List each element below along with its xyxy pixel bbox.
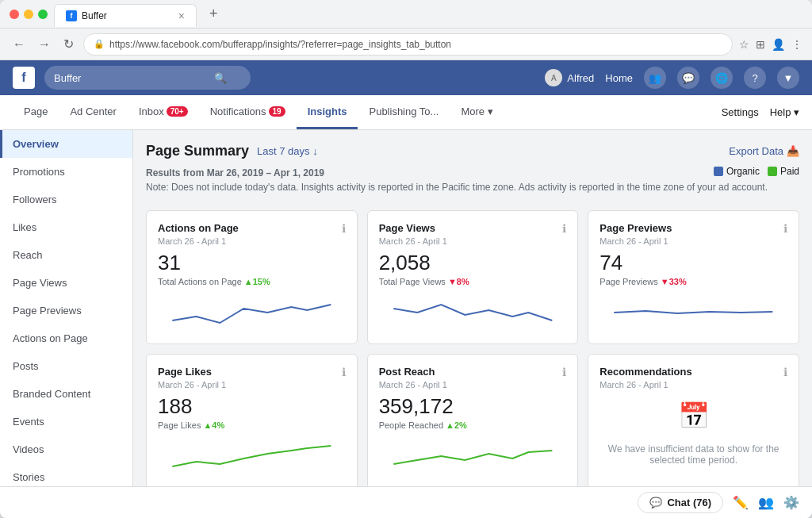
mini-chart [599, 293, 787, 332]
home-link[interactable]: Home [605, 72, 633, 84]
messages-icon[interactable]: 💬 [677, 67, 699, 89]
sidebar-item-videos[interactable]: Videos [0, 436, 132, 463]
date-range-button[interactable]: Last 7 days ↓ [257, 145, 318, 157]
metric-info-icon[interactable]: ℹ [783, 366, 787, 378]
help-icon[interactable]: ? [744, 67, 766, 89]
subnav-inbox[interactable]: Inbox 70+ [128, 95, 199, 129]
chat-button[interactable]: 💬 Chat (76) [638, 492, 723, 513]
fb-search-box[interactable]: 🔍 [44, 66, 251, 90]
organic-label: Organic [726, 166, 760, 177]
browser-dots [10, 10, 48, 19]
search-icon: 🔍 [214, 72, 227, 84]
fb-logo[interactable]: f [13, 67, 35, 89]
subnav-notifications[interactable]: Notifications 19 [199, 95, 297, 129]
metric-date: March 26 - April 1 [599, 380, 787, 389]
main-content: Overview Promotions Followers Likes Reac… [0, 130, 812, 486]
metric-info-icon[interactable]: ℹ [562, 366, 566, 378]
metric-date: March 26 - April 1 [599, 236, 787, 246]
sidebar-item-likes[interactable]: Likes [0, 213, 132, 241]
browser-actions: ☆ ⊞ 👤 ⋮ [739, 38, 802, 51]
metric-date: March 26 - April 1 [379, 380, 567, 389]
settings-icon[interactable]: ⚙️ [783, 495, 799, 510]
metric-header: Page Previews ℹ [599, 222, 787, 235]
more-icon[interactable]: ⋮ [791, 38, 802, 51]
new-tab-button[interactable]: + [203, 2, 224, 25]
tab-favicon: f [66, 10, 77, 21]
user-profile-icon[interactable]: 👤 [772, 38, 785, 51]
export-label: Export Data [729, 145, 783, 157]
maximize-dot[interactable] [38, 10, 48, 19]
export-data-button[interactable]: Export Data 📥 [729, 145, 799, 157]
minimize-dot[interactable] [24, 10, 33, 19]
sidebar-item-page-views[interactable]: Page Views [0, 269, 132, 297]
page-summary-title: Page Summary [146, 143, 249, 159]
metric-date: March 26 - April 1 [379, 236, 567, 246]
metric-value: 31 [158, 251, 346, 275]
sidebar-item-posts[interactable]: Posts [0, 352, 132, 380]
close-dot[interactable] [10, 10, 19, 19]
metric-date: March 26 - April 1 [158, 380, 346, 389]
group-icon[interactable]: 👥 [758, 495, 774, 510]
layers-icon[interactable]: ⊞ [756, 38, 765, 51]
sidebar-item-reach[interactable]: Reach [0, 241, 132, 269]
settings-link[interactable]: Settings [722, 106, 759, 118]
sidebar-item-branded-content[interactable]: Branded Content [0, 380, 132, 408]
browser-window: f Buffer × + ← → ↻ 🔒 https://www.faceboo… [0, 0, 812, 518]
fb-nav-right: A Alfred Home 👥 💬 🌐 ? ▼ [545, 67, 799, 89]
organic-dot [714, 167, 723, 176]
account-menu-icon[interactable]: ▼ [777, 67, 799, 89]
subnav-more[interactable]: More ▾ [450, 95, 504, 129]
friends-icon[interactable]: 👥 [644, 67, 666, 89]
metric-title: Page Likes [158, 366, 212, 378]
tab-close-button[interactable]: × [178, 10, 185, 22]
metric-subtitle: Page Previews ▼33% [599, 277, 787, 286]
page-summary-header: Page Summary Last 7 days ↓ Export Data 📥 [146, 143, 799, 159]
metric-value: 188 [158, 394, 346, 419]
notif-badge: 19 [269, 106, 285, 117]
fb-subnav: Page Ad Center Inbox 70+ Notifications 1… [0, 95, 812, 130]
reload-button[interactable]: ↻ [60, 33, 77, 55]
forward-button[interactable]: → [35, 34, 54, 55]
globe-icon[interactable]: 🌐 [710, 67, 733, 89]
metric-info-icon[interactable]: ℹ [342, 222, 346, 235]
metric-subtitle: Page Likes ▲4% [158, 420, 346, 430]
paid-dot [768, 167, 777, 176]
sidebar-item-stories[interactable]: Stories [0, 463, 132, 486]
metric-header: Page Likes ℹ [158, 366, 346, 378]
results-note: Results from Mar 26, 2019 – Apr 1, 2019 … [146, 166, 799, 194]
metric-info-icon[interactable]: ℹ [342, 366, 346, 378]
sidebar-item-promotions[interactable]: Promotions [0, 158, 132, 186]
browser-tab[interactable]: f Buffer × [54, 4, 197, 27]
mini-chart [379, 293, 567, 332]
mini-chart [158, 436, 346, 476]
metric-change: ▲2% [446, 420, 467, 430]
metric-info-icon[interactable]: ℹ [783, 222, 787, 235]
subnav-insights[interactable]: Insights [297, 95, 358, 129]
subnav-page[interactable]: Page [13, 95, 59, 129]
back-button[interactable]: ← [10, 34, 29, 55]
fb-subnav-left: Page Ad Center Inbox 70+ Notifications 1… [13, 95, 504, 129]
tab-title: Buffer [82, 10, 107, 21]
metric-title: Page Views [379, 222, 435, 234]
sidebar-item-events[interactable]: Events [0, 408, 132, 436]
subnav-publishing[interactable]: Publishing To... [358, 95, 450, 129]
results-dates: Results from Mar 26, 2019 – Apr 1, 2019 [146, 167, 324, 178]
metric-info-icon[interactable]: ℹ [562, 222, 566, 235]
sidebar-item-actions-on-page[interactable]: Actions on Page [0, 324, 132, 352]
metric-card-post-reach: Post Reach ℹ March 26 - April 1 359,172 … [367, 354, 579, 486]
chat-bubble-icon: 💬 [649, 497, 662, 508]
help-link[interactable]: Help ▾ [770, 106, 799, 118]
sidebar-item-page-previews[interactable]: Page Previews [0, 297, 132, 324]
compose-icon[interactable]: ✏️ [733, 495, 749, 510]
metric-date: March 26 - April 1 [158, 236, 346, 246]
fb-user-badge[interactable]: A Alfred [545, 69, 594, 86]
sidebar-item-followers[interactable]: Followers [0, 186, 132, 213]
inbox-badge: 70+ [167, 106, 188, 117]
bookmark-icon[interactable]: ☆ [739, 38, 749, 51]
address-bar[interactable]: 🔒 https://www.facebook.com/bufferapp/ins… [83, 33, 733, 56]
legend: Organic Paid [714, 166, 799, 177]
fb-search-input[interactable] [54, 72, 208, 84]
sidebar-item-overview[interactable]: Overview [0, 130, 132, 158]
metric-card-page-previews: Page Previews ℹ March 26 - April 1 74 Pa… [588, 210, 799, 344]
subnav-ad-center[interactable]: Ad Center [59, 95, 128, 129]
